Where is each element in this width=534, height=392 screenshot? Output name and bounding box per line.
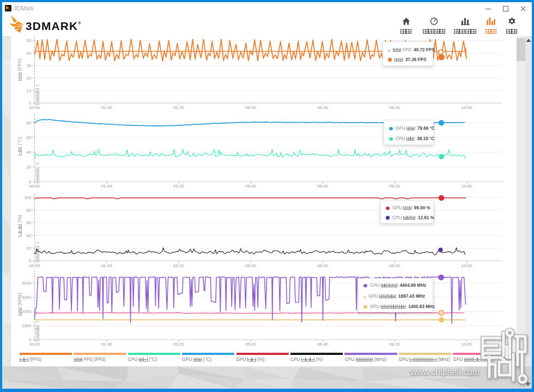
svg-text:4000: 4000: [22, 281, 32, 286]
svg-text:03:20: 03:20: [173, 263, 185, 268]
svg-text:20: 20: [27, 165, 32, 170]
svg-text:60: 60: [27, 135, 32, 140]
svg-text:03:20: 03:20: [173, 105, 185, 110]
svg-text:30: 30: [27, 63, 32, 68]
svg-text:10:00: 10:00: [461, 105, 472, 110]
svg-text:05:00: 05:00: [245, 184, 257, 189]
svg-text:08:20: 08:20: [389, 105, 400, 110]
svg-text:06:40: 06:40: [317, 342, 329, 347]
svg-text:50: 50: [27, 38, 32, 43]
svg-text:00:00: 00:00: [29, 184, 40, 189]
svg-text:01:40: 01:40: [101, 105, 113, 110]
svg-text:05:00: 05:00: [245, 263, 257, 268]
svg-text:06:40: 06:40: [317, 184, 329, 189]
svg-text:40: 40: [27, 233, 32, 238]
svg-text:05:00: 05:00: [245, 105, 257, 110]
svg-text:10: 10: [27, 88, 32, 93]
svg-text:05:00: 05:00: [245, 342, 257, 347]
svg-text:10:00: 10:00: [461, 263, 472, 268]
svg-text:00:00: 00:00: [29, 105, 40, 110]
svg-text:10:00: 10:00: [461, 342, 472, 347]
svg-text:06:40: 06:40: [317, 263, 329, 268]
svg-text:40: 40: [27, 150, 32, 155]
svg-text:3000: 3000: [22, 295, 32, 300]
svg-text:06:40: 06:40: [317, 105, 329, 110]
svg-text:2000: 2000: [22, 309, 32, 314]
svg-text:01:40: 01:40: [101, 184, 113, 189]
svg-text:40: 40: [27, 51, 32, 56]
svg-text:08:20: 08:20: [389, 342, 400, 347]
svg-text:20: 20: [27, 76, 32, 81]
svg-text:00:00: 00:00: [29, 342, 40, 347]
svg-text:60: 60: [27, 220, 32, 225]
svg-text:01:40: 01:40: [101, 263, 113, 268]
svg-text:10:00: 10:00: [461, 184, 472, 189]
svg-text:80: 80: [27, 120, 32, 125]
svg-text:80: 80: [27, 208, 32, 213]
svg-text:08:20: 08:20: [389, 184, 400, 189]
svg-text:00:00: 00:00: [29, 263, 40, 268]
svg-text:03:20: 03:20: [173, 184, 185, 189]
svg-text:01:40: 01:40: [101, 342, 113, 347]
svg-text:1000: 1000: [22, 323, 32, 328]
svg-text:03:20: 03:20: [173, 342, 185, 347]
svg-text:08:20: 08:20: [389, 263, 400, 268]
svg-text:20: 20: [27, 246, 32, 251]
svg-text:100: 100: [24, 195, 32, 200]
